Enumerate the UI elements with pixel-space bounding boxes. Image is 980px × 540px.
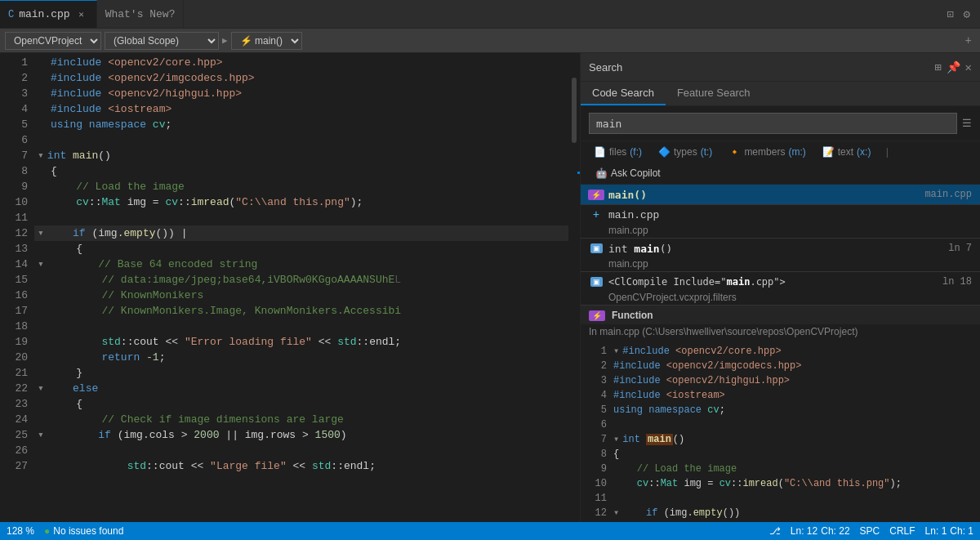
filter-text-shortcut: (x:) xyxy=(857,146,871,158)
function-selector[interactable]: ⚡ main() xyxy=(231,32,302,50)
code-line[interactable]: using namespace cv; xyxy=(34,117,568,132)
result-row-1[interactable]: ⚡ main() main.cpp xyxy=(581,185,980,204)
project-selector[interactable]: OpenCVProject xyxy=(5,32,101,50)
line-number: 20 xyxy=(7,350,28,365)
preview-line-number: 10 xyxy=(584,476,607,491)
filter-text-btn[interactable]: 📝 text (x:) xyxy=(817,145,876,159)
scrollbar-thumb xyxy=(572,78,577,143)
preview-fold[interactable]: ▾ xyxy=(613,434,619,445)
preview-line: 3#include <opencv2/highgui.hpp> xyxy=(581,373,980,388)
status-git[interactable]: ⎇ xyxy=(769,525,781,537)
code-line[interactable] xyxy=(34,443,568,458)
code-line[interactable]: ▾ else xyxy=(34,381,568,396)
code-line[interactable]: } xyxy=(34,365,568,381)
preview-fold[interactable]: ▾ xyxy=(613,507,619,519)
fold-indicator[interactable]: ▾ xyxy=(38,258,44,270)
img-badge2: ▣ xyxy=(590,277,603,287)
search-layout-icon[interactable]: ☰ xyxy=(962,117,972,130)
preview-title: Function xyxy=(612,310,653,321)
toolbar-add-icon[interactable]: + xyxy=(962,33,975,49)
code-line[interactable]: // KnownMonikers.Image, KnownMonikers.Ac… xyxy=(34,303,568,319)
status-ln-ch[interactable]: Ln: 12 Ch: 22 xyxy=(791,525,850,537)
code-line[interactable]: ▾ if (img.cols > 2000 || img.rows > 1500… xyxy=(34,427,568,443)
code-line[interactable] xyxy=(34,132,568,148)
ask-copilot-btn[interactable]: 🤖 Ask Copilot xyxy=(589,166,667,181)
code-line[interactable]: // Check if image dimensions are large xyxy=(34,412,568,427)
status-right: ⎇ Ln: 12 Ch: 22 SPC CRLF Ln: 1 Ch: 1 xyxy=(769,525,973,537)
code-line[interactable]: ▾ // Base 64 encoded string xyxy=(34,257,568,272)
code-line[interactable]: #include <opencv2/highgui.hpp> xyxy=(34,86,568,101)
fold-indicator[interactable]: ▾ xyxy=(38,150,44,162)
status-col[interactable]: Ln: 1 Ch: 1 xyxy=(925,525,973,537)
no-issues-icon: ● xyxy=(44,525,50,537)
code-lines[interactable]: #include <opencv2/core.hpp>#include <ope… xyxy=(34,53,568,522)
ln-label: Ln: 12 xyxy=(791,525,817,537)
result-row-2[interactable]: + main.cpp xyxy=(581,205,980,225)
search-pin-icon[interactable]: 📌 xyxy=(947,60,960,74)
tab-feature-search[interactable]: Feature Search xyxy=(666,82,762,105)
line-number: 23 xyxy=(7,396,28,412)
code-line[interactable]: #include <opencv2/core.hpp> xyxy=(34,55,568,70)
tab-toolbar-icons: ⊡ ⚙ xyxy=(937,6,980,23)
status-no-issues[interactable]: ● No issues found xyxy=(44,525,123,537)
preview-line-number: 2 xyxy=(584,359,607,373)
line-number: 6 xyxy=(7,132,28,148)
filter-files-btn[interactable]: 📄 files (f:) xyxy=(589,145,647,159)
status-zoom[interactable]: 128 % xyxy=(7,525,34,537)
fold-indicator[interactable]: ▾ xyxy=(38,429,44,441)
main-content: 1234567891011121314151617181920212223242… xyxy=(0,53,980,522)
tab-close-btn[interactable]: ✕ xyxy=(75,8,88,21)
code-line[interactable]: std::cout << "Large file" << std::endl; xyxy=(34,458,568,474)
code-line[interactable]: cv::Mat img = cv::imread("C:\\and this.p… xyxy=(34,194,568,210)
line-number: 8 xyxy=(7,163,28,179)
search-close-icon[interactable]: ✕ xyxy=(965,60,972,74)
result-row-3[interactable]: ▣ int main() ln 7 xyxy=(581,239,980,258)
preview-content: ▾ if (img.empty()) xyxy=(613,506,977,520)
result-icon-img2: ▣ xyxy=(589,274,604,289)
code-line[interactable]: { xyxy=(34,241,568,257)
preview-line: 8{ xyxy=(581,447,980,462)
fold-indicator[interactable]: ▾ xyxy=(38,227,44,239)
result-name-2: main.cpp xyxy=(608,209,659,221)
split-editor-icon[interactable]: ⊡ xyxy=(943,6,956,23)
line-number: 18 xyxy=(7,319,28,334)
result-row-4[interactable]: ▣ <ClCompile Include="main.cpp"> ln 18 xyxy=(581,272,980,292)
code-line[interactable]: // data:image/jpeg;base64,iVBORw0KGgoAAA… xyxy=(34,272,568,288)
filter-members-btn[interactable]: 🔸 members (m:) xyxy=(724,145,810,159)
code-line[interactable]: { xyxy=(34,396,568,412)
search-settings-icon[interactable]: ⊞ xyxy=(934,60,941,74)
tab-whats-new[interactable]: What's New? xyxy=(97,0,185,28)
fold-indicator[interactable]: ▾ xyxy=(38,382,44,395)
tab-label: main.cpp xyxy=(19,8,69,20)
code-line[interactable] xyxy=(34,319,568,334)
scope-selector[interactable]: (Global Scope) xyxy=(105,32,219,50)
status-spc[interactable]: SPC xyxy=(860,525,880,537)
code-line[interactable] xyxy=(34,210,568,225)
code-line[interactable]: return -1; xyxy=(34,350,568,365)
code-line[interactable]: { xyxy=(34,163,568,179)
status-crlf[interactable]: CRLF xyxy=(889,525,915,537)
preview-fold[interactable]: ▾ xyxy=(613,346,619,357)
code-line[interactable]: #include <opencv2/imgcodecs.hpp> xyxy=(34,70,568,86)
search-results[interactable]: ⚡ main() main.cpp + main.cpp main.cpp xyxy=(581,185,980,522)
tab-code-search[interactable]: Code Search xyxy=(581,82,666,105)
editor-scrollbar[interactable] xyxy=(568,53,580,522)
result-name-1: main() xyxy=(608,189,647,201)
code-line[interactable]: ▾ if (img.empty()) | xyxy=(34,225,568,241)
text-icon: 📝 xyxy=(822,146,835,158)
filter-types-btn[interactable]: 🔷 types (t:) xyxy=(653,145,717,159)
code-line[interactable]: // Load the image xyxy=(34,179,568,194)
tab-main-cpp[interactable]: C main.cpp ✕ xyxy=(0,0,97,28)
code-line[interactable]: // KnownMonikers xyxy=(34,288,568,303)
result-icon-img: ▣ xyxy=(589,241,604,256)
settings-icon[interactable]: ⚙ xyxy=(960,6,973,23)
function-preview-header: ⚡ Function xyxy=(581,306,980,324)
preview-line: 9 // Load the image xyxy=(581,462,980,476)
tab-label: What's New? xyxy=(105,8,176,20)
code-line[interactable]: #include <iostream> xyxy=(34,101,568,117)
code-line[interactable]: ▾int main() xyxy=(34,148,568,163)
result-group-3: ▣ int main() ln 7 main.cpp xyxy=(581,239,980,272)
search-input[interactable] xyxy=(589,113,957,134)
types-icon: 🔷 xyxy=(658,146,670,158)
code-line[interactable]: std::cout << "Error loading file" << std… xyxy=(34,334,568,350)
